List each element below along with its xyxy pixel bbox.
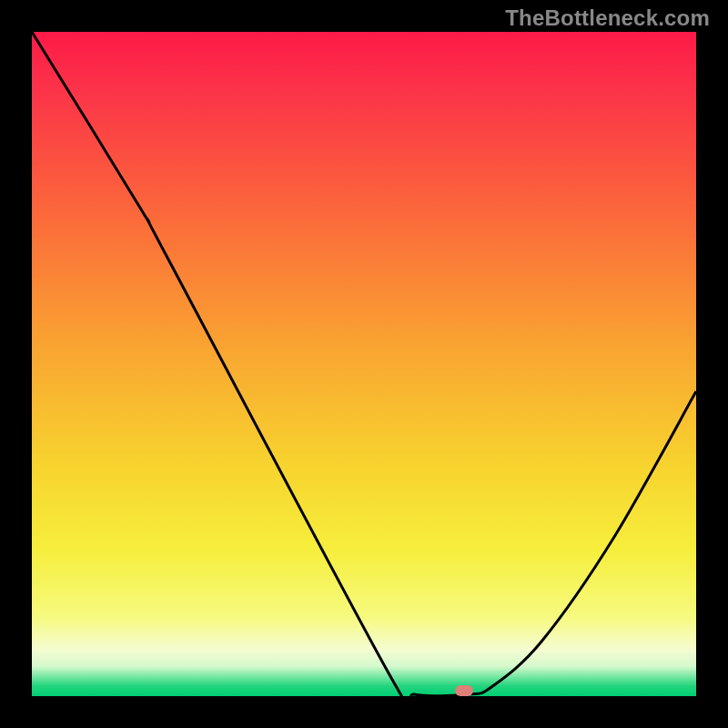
curve-line: [32, 32, 696, 714]
chart-marker: [455, 685, 473, 696]
chart-container: TheBottleneck.com: [0, 0, 728, 728]
curve-svg: [32, 32, 696, 696]
watermark-text: TheBottleneck.com: [505, 5, 710, 31]
plot-area: [32, 32, 696, 696]
